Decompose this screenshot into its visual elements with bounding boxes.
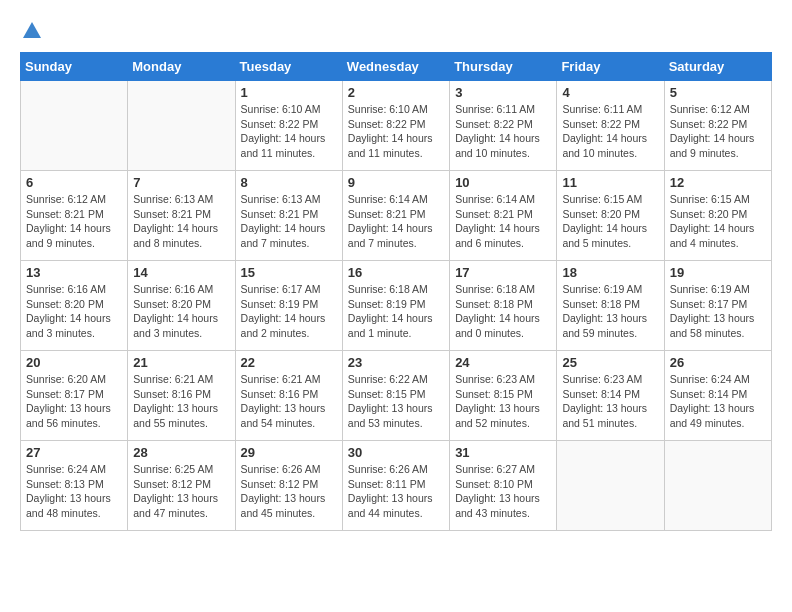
- calendar-cell: 12Sunrise: 6:15 AMSunset: 8:20 PMDayligh…: [664, 171, 771, 261]
- day-number: 22: [241, 355, 337, 370]
- weekday-label: Thursday: [450, 53, 557, 81]
- page-header: [20, 20, 772, 42]
- logo: [20, 20, 43, 42]
- day-number: 18: [562, 265, 658, 280]
- calendar-cell: 8Sunrise: 6:13 AMSunset: 8:21 PMDaylight…: [235, 171, 342, 261]
- svg-marker-0: [23, 22, 41, 38]
- calendar-cell: [21, 81, 128, 171]
- calendar-cell: 7Sunrise: 6:13 AMSunset: 8:21 PMDaylight…: [128, 171, 235, 261]
- weekday-label: Tuesday: [235, 53, 342, 81]
- day-number: 11: [562, 175, 658, 190]
- day-info: Sunrise: 6:24 AMSunset: 8:13 PMDaylight:…: [26, 462, 122, 521]
- calendar-cell: 24Sunrise: 6:23 AMSunset: 8:15 PMDayligh…: [450, 351, 557, 441]
- calendar-cell: [557, 441, 664, 531]
- day-number: 3: [455, 85, 551, 100]
- day-number: 2: [348, 85, 444, 100]
- calendar-cell: 22Sunrise: 6:21 AMSunset: 8:16 PMDayligh…: [235, 351, 342, 441]
- calendar-cell: 16Sunrise: 6:18 AMSunset: 8:19 PMDayligh…: [342, 261, 449, 351]
- weekday-header-row: SundayMondayTuesdayWednesdayThursdayFrid…: [21, 53, 772, 81]
- day-number: 24: [455, 355, 551, 370]
- calendar-cell: 1Sunrise: 6:10 AMSunset: 8:22 PMDaylight…: [235, 81, 342, 171]
- calendar-cell: 20Sunrise: 6:20 AMSunset: 8:17 PMDayligh…: [21, 351, 128, 441]
- calendar-week-row: 1Sunrise: 6:10 AMSunset: 8:22 PMDaylight…: [21, 81, 772, 171]
- day-number: 7: [133, 175, 229, 190]
- day-info: Sunrise: 6:10 AMSunset: 8:22 PMDaylight:…: [241, 102, 337, 161]
- day-info: Sunrise: 6:13 AMSunset: 8:21 PMDaylight:…: [241, 192, 337, 251]
- day-info: Sunrise: 6:23 AMSunset: 8:14 PMDaylight:…: [562, 372, 658, 431]
- day-info: Sunrise: 6:12 AMSunset: 8:22 PMDaylight:…: [670, 102, 766, 161]
- day-number: 30: [348, 445, 444, 460]
- calendar-table: SundayMondayTuesdayWednesdayThursdayFrid…: [20, 52, 772, 531]
- calendar-week-row: 6Sunrise: 6:12 AMSunset: 8:21 PMDaylight…: [21, 171, 772, 261]
- day-info: Sunrise: 6:26 AMSunset: 8:11 PMDaylight:…: [348, 462, 444, 521]
- day-number: 5: [670, 85, 766, 100]
- day-number: 14: [133, 265, 229, 280]
- day-info: Sunrise: 6:14 AMSunset: 8:21 PMDaylight:…: [348, 192, 444, 251]
- day-info: Sunrise: 6:23 AMSunset: 8:15 PMDaylight:…: [455, 372, 551, 431]
- calendar-cell: [664, 441, 771, 531]
- day-info: Sunrise: 6:19 AMSunset: 8:17 PMDaylight:…: [670, 282, 766, 341]
- day-info: Sunrise: 6:20 AMSunset: 8:17 PMDaylight:…: [26, 372, 122, 431]
- day-info: Sunrise: 6:16 AMSunset: 8:20 PMDaylight:…: [26, 282, 122, 341]
- calendar-cell: 9Sunrise: 6:14 AMSunset: 8:21 PMDaylight…: [342, 171, 449, 261]
- day-number: 6: [26, 175, 122, 190]
- calendar-week-row: 13Sunrise: 6:16 AMSunset: 8:20 PMDayligh…: [21, 261, 772, 351]
- calendar-cell: 19Sunrise: 6:19 AMSunset: 8:17 PMDayligh…: [664, 261, 771, 351]
- day-number: 27: [26, 445, 122, 460]
- day-info: Sunrise: 6:21 AMSunset: 8:16 PMDaylight:…: [133, 372, 229, 431]
- day-number: 16: [348, 265, 444, 280]
- calendar-cell: 25Sunrise: 6:23 AMSunset: 8:14 PMDayligh…: [557, 351, 664, 441]
- calendar-cell: 4Sunrise: 6:11 AMSunset: 8:22 PMDaylight…: [557, 81, 664, 171]
- day-number: 8: [241, 175, 337, 190]
- calendar-cell: 14Sunrise: 6:16 AMSunset: 8:20 PMDayligh…: [128, 261, 235, 351]
- weekday-label: Friday: [557, 53, 664, 81]
- day-number: 9: [348, 175, 444, 190]
- calendar-cell: 31Sunrise: 6:27 AMSunset: 8:10 PMDayligh…: [450, 441, 557, 531]
- calendar-cell: 13Sunrise: 6:16 AMSunset: 8:20 PMDayligh…: [21, 261, 128, 351]
- day-info: Sunrise: 6:17 AMSunset: 8:19 PMDaylight:…: [241, 282, 337, 341]
- calendar-cell: 18Sunrise: 6:19 AMSunset: 8:18 PMDayligh…: [557, 261, 664, 351]
- weekday-label: Saturday: [664, 53, 771, 81]
- day-number: 23: [348, 355, 444, 370]
- day-info: Sunrise: 6:24 AMSunset: 8:14 PMDaylight:…: [670, 372, 766, 431]
- calendar-cell: 26Sunrise: 6:24 AMSunset: 8:14 PMDayligh…: [664, 351, 771, 441]
- day-number: 13: [26, 265, 122, 280]
- calendar-cell: 5Sunrise: 6:12 AMSunset: 8:22 PMDaylight…: [664, 81, 771, 171]
- day-info: Sunrise: 6:13 AMSunset: 8:21 PMDaylight:…: [133, 192, 229, 251]
- calendar-cell: 30Sunrise: 6:26 AMSunset: 8:11 PMDayligh…: [342, 441, 449, 531]
- calendar-cell: 3Sunrise: 6:11 AMSunset: 8:22 PMDaylight…: [450, 81, 557, 171]
- day-number: 12: [670, 175, 766, 190]
- calendar-cell: 2Sunrise: 6:10 AMSunset: 8:22 PMDaylight…: [342, 81, 449, 171]
- calendar-cell: 23Sunrise: 6:22 AMSunset: 8:15 PMDayligh…: [342, 351, 449, 441]
- calendar-cell: 10Sunrise: 6:14 AMSunset: 8:21 PMDayligh…: [450, 171, 557, 261]
- day-number: 10: [455, 175, 551, 190]
- day-number: 25: [562, 355, 658, 370]
- day-info: Sunrise: 6:26 AMSunset: 8:12 PMDaylight:…: [241, 462, 337, 521]
- day-number: 19: [670, 265, 766, 280]
- day-number: 29: [241, 445, 337, 460]
- day-info: Sunrise: 6:27 AMSunset: 8:10 PMDaylight:…: [455, 462, 551, 521]
- calendar-cell: 27Sunrise: 6:24 AMSunset: 8:13 PMDayligh…: [21, 441, 128, 531]
- calendar-week-row: 27Sunrise: 6:24 AMSunset: 8:13 PMDayligh…: [21, 441, 772, 531]
- calendar-cell: 21Sunrise: 6:21 AMSunset: 8:16 PMDayligh…: [128, 351, 235, 441]
- day-info: Sunrise: 6:10 AMSunset: 8:22 PMDaylight:…: [348, 102, 444, 161]
- day-info: Sunrise: 6:15 AMSunset: 8:20 PMDaylight:…: [562, 192, 658, 251]
- weekday-label: Sunday: [21, 53, 128, 81]
- day-info: Sunrise: 6:12 AMSunset: 8:21 PMDaylight:…: [26, 192, 122, 251]
- day-info: Sunrise: 6:18 AMSunset: 8:19 PMDaylight:…: [348, 282, 444, 341]
- day-info: Sunrise: 6:15 AMSunset: 8:20 PMDaylight:…: [670, 192, 766, 251]
- day-number: 26: [670, 355, 766, 370]
- day-info: Sunrise: 6:18 AMSunset: 8:18 PMDaylight:…: [455, 282, 551, 341]
- calendar-cell: 15Sunrise: 6:17 AMSunset: 8:19 PMDayligh…: [235, 261, 342, 351]
- logo-icon: [21, 20, 43, 42]
- day-info: Sunrise: 6:25 AMSunset: 8:12 PMDaylight:…: [133, 462, 229, 521]
- calendar-cell: 29Sunrise: 6:26 AMSunset: 8:12 PMDayligh…: [235, 441, 342, 531]
- calendar-cell: [128, 81, 235, 171]
- day-number: 31: [455, 445, 551, 460]
- day-number: 4: [562, 85, 658, 100]
- day-info: Sunrise: 6:19 AMSunset: 8:18 PMDaylight:…: [562, 282, 658, 341]
- day-info: Sunrise: 6:21 AMSunset: 8:16 PMDaylight:…: [241, 372, 337, 431]
- day-number: 1: [241, 85, 337, 100]
- day-info: Sunrise: 6:16 AMSunset: 8:20 PMDaylight:…: [133, 282, 229, 341]
- calendar-cell: 11Sunrise: 6:15 AMSunset: 8:20 PMDayligh…: [557, 171, 664, 261]
